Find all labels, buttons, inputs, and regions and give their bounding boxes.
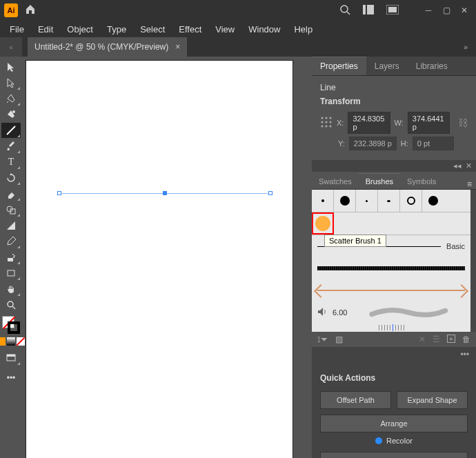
document-tab-title: Untitled-2* @ 50 % (CMYK/Preview): [34, 42, 168, 52]
tab-properties[interactable]: Properties: [312, 57, 366, 75]
new-brush-icon[interactable]: +: [447, 335, 455, 343]
tab-layers[interactable]: Layers: [366, 57, 408, 75]
brush-scatter-orange[interactable]: [312, 212, 334, 235]
brush-preset-4[interactable]: [378, 190, 400, 212]
direct-selection-tool[interactable]: [1, 75, 21, 90]
y-input[interactable]: 232.3898 p: [349, 137, 397, 150]
rotate-tool[interactable]: [1, 170, 21, 186]
selection-tool[interactable]: [1, 59, 21, 74]
brush-options-icon[interactable]: ☰: [433, 335, 440, 344]
h-label: H:: [401, 139, 408, 148]
svg-rect-5: [388, 7, 397, 12]
search-icon[interactable]: [339, 4, 350, 17]
menu-file[interactable]: File: [3, 21, 31, 37]
menu-object[interactable]: Object: [60, 21, 100, 37]
menu-select[interactable]: Select: [133, 21, 172, 37]
svg-line-1: [347, 12, 350, 14]
menu-window[interactable]: Window: [241, 21, 287, 37]
type-tool[interactable]: T: [1, 155, 21, 170]
recolor-dot-icon: [375, 437, 382, 444]
start-global-edit-button[interactable]: Start Global Edit: [320, 452, 468, 458]
document-tab[interactable]: Untitled-2* @ 50 % (CMYK/Preview) ×: [28, 37, 187, 57]
h-input[interactable]: 0 pt: [413, 137, 454, 150]
svg-point-14: [14, 255, 15, 257]
svg-line-7: [7, 126, 15, 135]
home-icon[interactable]: [25, 3, 36, 17]
subpanel-collapse-icon[interactable]: ◂◂ ✕: [312, 160, 476, 172]
color-mode-swatches[interactable]: [0, 337, 25, 346]
eraser-tool[interactable]: [1, 186, 21, 201]
reference-point-icon[interactable]: [320, 116, 333, 130]
menu-effect[interactable]: Effect: [172, 21, 208, 37]
svg-rect-12: [8, 258, 13, 261]
menu-edit[interactable]: Edit: [31, 21, 60, 37]
shape-builder-tool[interactable]: [1, 202, 21, 217]
symbol-sprayer-tool[interactable]: [1, 250, 21, 265]
close-button[interactable]: ✕: [457, 5, 472, 16]
edit-toolbar-icon[interactable]: •••: [1, 370, 21, 386]
svg-line-18: [12, 306, 15, 309]
brush-preset-2[interactable]: [334, 190, 356, 212]
panel-collapse-icon[interactable]: »: [459, 41, 472, 52]
curvature-tool[interactable]: [1, 107, 21, 122]
tab-brushes[interactable]: Brushes: [359, 173, 400, 189]
arrange-documents-icon[interactable]: [363, 5, 374, 17]
library-icon[interactable]: ▧: [335, 335, 343, 344]
maximize-button[interactable]: ▢: [439, 5, 454, 16]
hand-tool[interactable]: [1, 281, 21, 297]
brush-basic-row[interactable]: Scatter Brush 1 Basic: [312, 235, 470, 257]
remove-stroke-icon[interactable]: ✕: [419, 335, 426, 344]
eyedropper-tool[interactable]: [1, 234, 21, 249]
delete-brush-icon[interactable]: 🗑: [462, 335, 470, 344]
svg-point-13: [12, 254, 14, 255]
canvas-area[interactable]: [22, 57, 312, 458]
tab-libraries[interactable]: Libraries: [408, 57, 456, 75]
brush-arrow-row[interactable]: [312, 279, 470, 301]
fill-stroke-swatch[interactable]: [2, 316, 20, 334]
menu-bar: File Edit Object Type Select Effect View…: [0, 21, 476, 37]
brush-preset-5[interactable]: [400, 190, 422, 212]
toolbar-collapse-icon[interactable]: «: [0, 37, 22, 57]
x-input[interactable]: 324.8305 p: [348, 112, 390, 134]
selection-handle-center[interactable]: [163, 191, 167, 195]
screen-mode-tool[interactable]: [1, 350, 21, 366]
zoom-tool[interactable]: [1, 297, 21, 312]
brush-list: Scatter Brush 1 Basic 6.00: [312, 190, 470, 332]
brush-wavy-row[interactable]: 6.00: [312, 301, 470, 323]
selection-handle-left[interactable]: [57, 191, 61, 195]
brush-ticks-row[interactable]: [312, 323, 470, 332]
brush-preset-6[interactable]: [422, 190, 444, 212]
brush-scrollbar[interactable]: [470, 190, 476, 332]
menu-type[interactable]: Type: [100, 21, 133, 37]
brush-charcoal-row[interactable]: [312, 257, 470, 279]
paintbrush-tool[interactable]: [1, 139, 21, 154]
svg-point-21: [321, 117, 324, 119]
expand-shape-button[interactable]: Expand Shape: [397, 391, 468, 409]
rectangle-tool[interactable]: [1, 266, 21, 281]
minimize-button[interactable]: ─: [421, 5, 436, 16]
arrange-button[interactable]: Arrange: [320, 415, 468, 432]
document-tab-close-icon[interactable]: ×: [175, 42, 180, 52]
panel-more-icon[interactable]: •••: [312, 347, 476, 362]
link-wh-icon[interactable]: ⛓: [458, 117, 468, 128]
brush-preset-3[interactable]: [356, 190, 378, 212]
menu-view[interactable]: View: [208, 21, 241, 37]
menu-help[interactable]: Help: [287, 21, 319, 37]
pen-tool[interactable]: [1, 91, 21, 106]
recolor-button[interactable]: Recolor: [320, 437, 468, 445]
selected-line-object[interactable]: [59, 193, 270, 194]
tab-symbols[interactable]: Symbols: [400, 174, 443, 189]
artboard[interactable]: [26, 61, 292, 458]
workspace-icon[interactable]: [386, 5, 399, 17]
selection-handle-right[interactable]: [268, 191, 272, 195]
recolor-label: Recolor: [386, 437, 413, 445]
brush-libraries-icon[interactable]: ⟟⏷: [317, 335, 328, 344]
gradient-tool[interactable]: [1, 218, 21, 233]
brush-preset-1[interactable]: [312, 190, 334, 212]
app-logo: Ai: [4, 3, 18, 17]
line-tool[interactable]: [1, 123, 21, 138]
offset-path-button[interactable]: Offset Path: [320, 391, 391, 409]
tab-swatches[interactable]: Swatches: [312, 174, 359, 189]
panel-menu-icon[interactable]: ≡: [467, 179, 472, 189]
w-input[interactable]: 374.6441 p: [408, 112, 450, 134]
